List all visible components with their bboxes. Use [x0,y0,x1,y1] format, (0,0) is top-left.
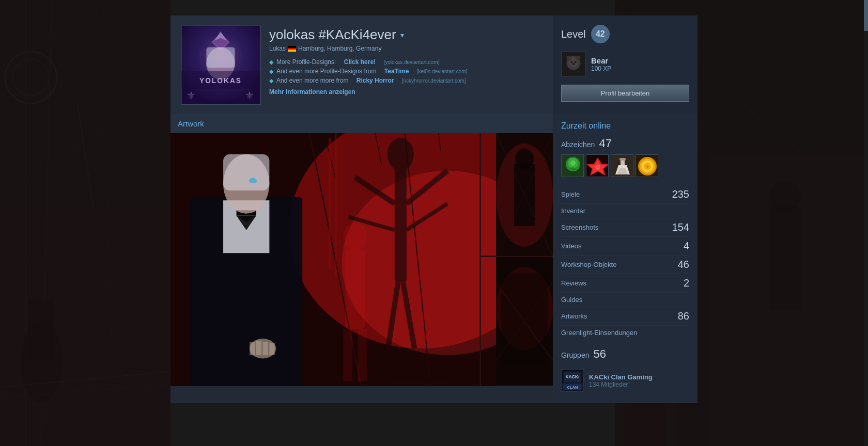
badge-3[interactable] [611,154,633,177]
svg-text:KACKi: KACKi [565,374,579,379]
badges-label: Abzeichen [561,140,595,149]
group-name-1: KACki Clan Gaming [589,373,653,381]
stat-spiele[interactable]: Spiele 235 [561,185,689,204]
reviews-value: 2 [684,277,689,289]
svg-point-58 [575,61,577,63]
lower-row: Artwork [171,114,698,403]
svg-rect-13 [0,206,171,446]
flag-icon [288,46,296,52]
profile-location: Lukas Hamburg, Hamburg, Germany [269,45,542,52]
scrollbar-thumb[interactable] [864,0,868,31]
badges-label-row: Abzeichen 47 [561,137,689,150]
group-info-1: KACki Clan Gaming 134 Mitglieder [589,373,653,388]
artworks-value: 86 [678,310,689,322]
greenlight-label: Greenlight-Einsendungen [561,329,637,337]
artworks-label: Artworks [561,312,587,320]
avatar-image: YOLOKAS ⚜ ⚜ [181,25,260,104]
svg-rect-45 [206,47,235,67]
svg-text:⚜: ⚜ [245,90,254,101]
spiele-label: Spiele [561,190,580,198]
link3-name[interactable]: Ricky Horror [357,77,394,84]
stat-videos[interactable]: Videos 4 [561,237,689,256]
profile-card: YOLOKAS ⚜ ⚜ yolokas #KAcKi4ever ▾ Lukas … [171,15,698,114]
profile-links: ◆ More Profile-Designs: Click here! [yol… [269,58,542,84]
svg-text:⚜: ⚜ [187,90,196,101]
groups-section: Gruppen 56 CLAN KACK [561,347,689,396]
bear-info: Bear 100 XP [591,56,611,72]
link1-text[interactable]: Click here! [344,58,376,66]
group-members-1: 134 Mitglieder [589,381,653,388]
svg-text:CLAN: CLAN [567,385,578,390]
link3-prefix: And even more more from [276,77,348,84]
link2-name[interactable]: TeaTime [384,68,409,75]
small-artwork-2 [496,257,553,385]
svg-rect-92 [342,133,344,243]
diamond-icon-3: ◆ [269,77,273,84]
svg-rect-83 [395,164,407,283]
svg-point-119 [595,165,600,170]
svg-point-115 [570,161,576,166]
badge-2[interactable] [586,154,609,177]
profile-name-row: yolokas #KAcKi4ever ▾ [269,27,542,43]
svg-point-90 [388,138,414,171]
diamond-icon-1: ◆ [269,59,273,66]
link2-prefix: And even more Profile-Designs from [276,68,376,75]
badge-1[interactable] [561,154,584,177]
level-badge: 42 [591,25,610,43]
workshop-label: Workshop-Objekte [561,261,616,268]
stat-greenlight[interactable]: Greenlight-Einsendungen [561,326,689,340]
badge-4[interactable]: ✦ [636,154,658,177]
bear-xp: 100 XP [591,65,611,72]
bear-section: Bear 100 XP [561,52,689,76]
svg-point-55 [567,56,572,61]
mehr-info-link[interactable]: Mehr Informationen anzeigen [269,88,542,95]
artwork-header: Artwork [171,114,553,133]
scrollbar[interactable] [864,0,868,446]
svg-rect-96 [343,329,352,381]
username-dropdown[interactable]: ▾ [400,31,404,39]
link2-url: [kei0n.deviantart.com] [417,69,468,74]
page-wrapper: YOLOKAS ⚜ ⚜ yolokas #KAcKi4ever ▾ Lukas … [171,0,698,403]
stats-list: Spiele 235 Inventar Screenshots 154 Vide… [561,185,689,340]
badges-count: 47 [599,137,611,150]
bear-name: Bear [591,56,611,65]
profile-link-2: ◆ And even more Profile-Designs from Tea… [269,68,542,75]
stat-reviews[interactable]: Reviews 2 [561,274,689,293]
username: yolokas #KAcKi4ever [269,27,396,43]
link1-url: [yolokas.deviantart.com] [383,59,439,65]
small-artwork-1 [496,133,553,257]
videos-value: 4 [684,240,689,252]
stat-inventar[interactable]: Inventar [561,204,689,218]
stat-screenshots[interactable]: Screenshots 154 [561,218,689,237]
screenshots-label: Screenshots [561,224,598,231]
svg-point-95 [343,222,367,251]
artwork-title: Artwork [178,119,204,128]
online-section: Zurzeit online Abzeichen 47 [553,114,698,403]
badges-row: ✦ [561,154,689,177]
screenshots-value: 154 [672,221,689,233]
level-header: Level 42 [561,25,689,43]
stat-guides[interactable]: Guides [561,293,689,307]
svg-rect-93 [335,133,337,276]
svg-point-57 [570,61,572,63]
profile-link-3: ◆ And even more more from Ricky Horror [… [269,77,542,84]
workshop-value: 46 [678,259,689,270]
guides-label: Guides [561,296,582,304]
group-item-1[interactable]: CLAN KACKi KACki Clan Gaming 134 Mitglie… [561,365,689,396]
svg-rect-79 [250,342,255,355]
stat-workshop[interactable]: Workshop-Objekte 46 [561,256,689,274]
artwork-images [171,133,553,386]
svg-rect-122 [619,158,626,161]
reviews-label: Reviews [561,279,586,287]
stat-artworks[interactable]: Artworks 86 [561,307,689,326]
link3-url: [rickyhrorror.deviantart.com] [402,78,466,84]
online-title: Zurzeit online [561,121,689,131]
inventar-label: Inventar [561,207,585,215]
avatar: YOLOKAS ⚜ ⚜ [181,25,261,105]
profile-info: yolokas #KAcKi4ever ▾ Lukas Hamburg, Ham… [269,25,542,105]
real-name: Lukas [269,45,286,52]
level-value: 42 [596,29,605,39]
svg-rect-82 [269,343,274,355]
level-panel: Level 42 [553,15,698,114]
edit-profile-button[interactable]: Profil bearbeiten [561,85,689,102]
